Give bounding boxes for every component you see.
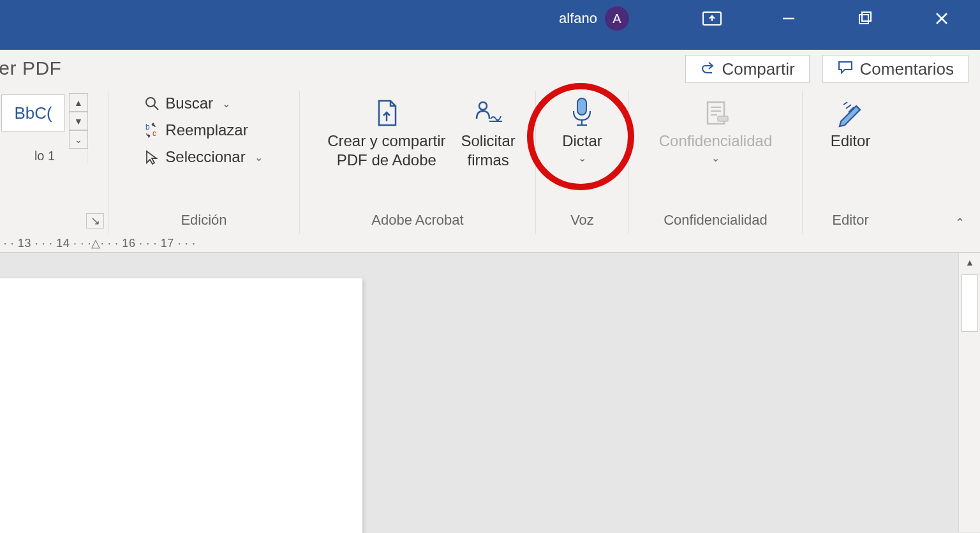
group-label-editor: Editor	[832, 208, 868, 234]
styles-launcher-icon[interactable]: ↘	[86, 213, 104, 229]
style-gallery-up-icon[interactable]: ▲	[69, 93, 88, 112]
style-gallery-down-icon[interactable]: ▼	[69, 112, 88, 130]
dictate-button[interactable]: Dictar ⌄	[551, 91, 614, 165]
ribbon-tabs-strip	[0, 37, 980, 50]
create-share-pdf-button[interactable]: Crear y compartir PDF de Adobe	[316, 91, 457, 170]
ruler-marks: 2 · · · 13 · · · 14 · · ·△· · · 16 · · ·…	[0, 236, 196, 250]
account-name[interactable]: alfano	[559, 10, 597, 27]
dictate-label: Dictar	[562, 131, 602, 151]
chevron-down-icon: ⌄	[711, 152, 720, 165]
maximize-icon[interactable]	[827, 0, 903, 37]
chevron-down-icon: ⌄	[578, 152, 586, 165]
signature-icon	[473, 94, 503, 131]
close-icon[interactable]	[903, 0, 980, 37]
comments-button[interactable]: Comentarios	[822, 55, 969, 83]
editor-button[interactable]: Editor	[819, 91, 882, 151]
svg-rect-19	[718, 116, 728, 121]
svg-line-7	[154, 105, 158, 110]
request-sign-line1: Solicitar	[461, 131, 516, 151]
svg-text:c: c	[152, 129, 156, 138]
search-icon	[144, 95, 160, 112]
svg-rect-12	[577, 98, 586, 115]
style-gallery-more-icon[interactable]: ⌄	[69, 130, 88, 149]
replace-icon: bc	[144, 122, 160, 139]
sensitivity-label: Confidencialidad	[659, 131, 772, 151]
scroll-track[interactable]	[961, 274, 978, 332]
editor-icon	[835, 94, 866, 131]
scroll-up-icon[interactable]: ▲	[959, 253, 980, 272]
svg-point-6	[146, 98, 155, 107]
svg-rect-3	[862, 12, 871, 21]
style-caption: lo 1	[34, 149, 55, 163]
share-icon	[700, 60, 715, 78]
collapse-ribbon-icon[interactable]: ⌃	[955, 216, 965, 230]
ribbon: ader PDF Compartir Comentarios	[0, 50, 980, 234]
cursor-icon	[144, 149, 160, 165]
select-button[interactable]: Seleccionar ⌄	[144, 148, 262, 166]
title-bar: alfano A	[0, 0, 980, 37]
replace-button[interactable]: bc Reemplazar	[144, 121, 262, 139]
replace-label: Reemplazar	[165, 121, 248, 139]
svg-rect-2	[859, 15, 868, 24]
select-label: Seleccionar	[165, 148, 245, 166]
horizontal-ruler[interactable]: 2 · · · 13 · · · 14 · · ·△· · · 16 · · ·…	[0, 234, 980, 253]
minimize-icon[interactable]	[750, 0, 827, 37]
ribbon-display-options-icon[interactable]	[674, 0, 750, 37]
vertical-scrollbar[interactable]: ▲	[958, 253, 980, 532]
share-label: Compartir	[722, 59, 794, 79]
find-label: Buscar	[165, 94, 213, 112]
group-label-voice: Voz	[570, 208, 594, 234]
pdf-share-icon	[373, 94, 401, 131]
svg-text:b: b	[145, 123, 150, 131]
chevron-down-icon: ⌄	[222, 98, 230, 110]
chevron-down-icon: ⌄	[255, 151, 263, 163]
account-avatar[interactable]: A	[605, 6, 629, 31]
group-label-sensitivity: Confidencialidad	[664, 208, 768, 234]
sensitivity-icon	[701, 94, 731, 131]
style-gallery-item[interactable]: BbC(	[1, 94, 65, 131]
sensitivity-button[interactable]: Confidencialidad ⌄	[648, 91, 783, 165]
request-sign-line2: firmas	[468, 151, 509, 170]
create-share-line1: Crear y compartir	[327, 131, 445, 151]
group-label-acrobat: Adobe Acrobat	[371, 208, 463, 234]
comments-label: Comentarios	[860, 59, 954, 79]
create-share-line2: PDF de Adobe	[337, 151, 436, 170]
share-button[interactable]: Compartir	[685, 55, 809, 83]
tab-pdf-partial[interactable]: ader PDF	[0, 57, 61, 79]
style-preview: BbC(	[14, 103, 52, 123]
microphone-icon	[568, 94, 596, 131]
editor-label: Editor	[831, 131, 871, 151]
group-label-editing: Edición	[181, 208, 226, 234]
document-canvas[interactable]: ▲	[0, 253, 980, 532]
comments-icon	[837, 60, 854, 78]
find-button[interactable]: Buscar ⌄	[144, 94, 262, 112]
svg-point-10	[479, 102, 487, 110]
request-signatures-button[interactable]: Solicitar firmas	[457, 91, 519, 170]
document-page[interactable]	[0, 278, 362, 533]
